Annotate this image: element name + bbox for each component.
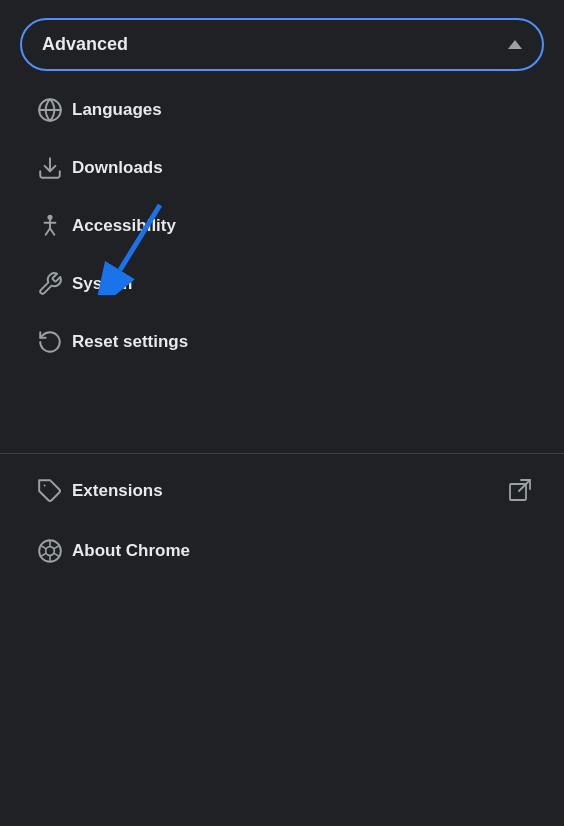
bottom-menu-list: Extensions xyxy=(0,460,564,826)
downloads-label: Downloads xyxy=(72,158,536,178)
globe-icon xyxy=(28,97,72,123)
section-divider xyxy=(0,453,564,454)
accessibility-label: Accessibility xyxy=(72,216,536,236)
sidebar-item-languages[interactable]: Languages xyxy=(0,81,564,139)
svg-point-14 xyxy=(46,547,55,556)
puzzle-icon xyxy=(28,478,72,504)
chevron-up-icon xyxy=(508,40,522,49)
reset-settings-label: Reset settings xyxy=(72,332,536,352)
svg-line-19 xyxy=(40,553,46,557)
sidebar-item-system[interactable]: System xyxy=(0,255,564,313)
svg-line-6 xyxy=(46,228,50,235)
reset-icon xyxy=(28,329,72,355)
sidebar-item-extensions[interactable]: Extensions xyxy=(0,460,564,522)
settings-sidebar: Advanced Languages xyxy=(0,0,564,826)
svg-line-12 xyxy=(519,480,530,491)
svg-point-3 xyxy=(48,216,51,219)
sidebar-item-accessibility[interactable]: Accessibility xyxy=(0,197,564,255)
sidebar-item-reset-settings[interactable]: Reset settings xyxy=(0,313,564,371)
svg-line-7 xyxy=(50,228,54,235)
languages-label: Languages xyxy=(72,100,536,120)
advanced-section-toggle[interactable]: Advanced xyxy=(20,18,544,71)
external-link-icon xyxy=(506,476,536,506)
accessibility-icon xyxy=(28,213,72,239)
svg-line-16 xyxy=(54,545,60,549)
about-chrome-label: About Chrome xyxy=(72,541,536,561)
chrome-icon xyxy=(28,538,72,564)
system-label: System xyxy=(72,274,536,294)
sidebar-item-downloads[interactable]: Downloads xyxy=(0,139,564,197)
svg-line-20 xyxy=(40,545,46,549)
advanced-label: Advanced xyxy=(42,34,128,55)
wrench-icon xyxy=(28,271,72,297)
download-icon xyxy=(28,155,72,181)
svg-line-17 xyxy=(54,553,60,557)
sidebar-item-about-chrome[interactable]: About Chrome xyxy=(0,522,564,580)
extensions-label: Extensions xyxy=(72,481,506,501)
advanced-menu-list: Languages Downloads xyxy=(0,81,564,447)
